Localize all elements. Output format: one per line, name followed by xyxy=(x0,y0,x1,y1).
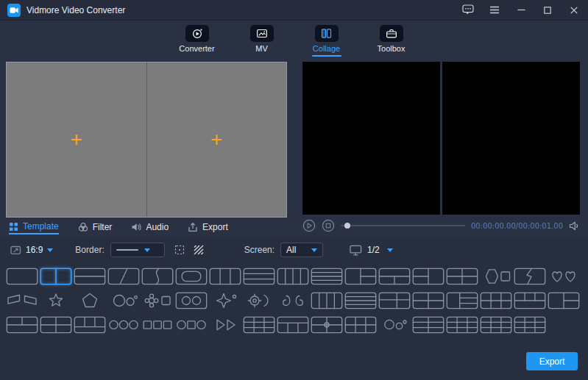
title-bar: Vidmore Video Converter xyxy=(0,0,588,21)
template-thumb-star[interactable] xyxy=(40,292,72,309)
template-thumb-three-squares[interactable] xyxy=(141,316,174,334)
speaker-icon xyxy=(569,221,580,232)
template-thumb-one-left-three-right[interactable] xyxy=(446,292,478,309)
template-thumb-lightning[interactable] xyxy=(514,268,546,285)
page-dropdown-icon[interactable] xyxy=(387,248,393,252)
feedback-button[interactable] xyxy=(461,4,475,17)
filter-icon xyxy=(78,222,88,232)
collage-toolbar: 16:9 Border: Screen: All 1/2 xyxy=(0,237,588,263)
template-thumb-grid-2x2-offset[interactable] xyxy=(378,292,411,309)
play-icon xyxy=(302,219,316,232)
play-button[interactable] xyxy=(302,219,316,232)
template-row xyxy=(6,292,580,309)
tab-template[interactable]: Template xyxy=(9,221,59,234)
template-thumb-two-left-one-right[interactable] xyxy=(412,268,444,285)
template-thumb-grid-3x3[interactable] xyxy=(480,316,512,334)
template-thumb-split-3v[interactable] xyxy=(209,268,241,285)
tab-filter[interactable]: Filter xyxy=(78,222,113,234)
template-thumb-flower-square[interactable] xyxy=(141,292,174,309)
export-button[interactable]: Export xyxy=(526,352,578,370)
tab-collage[interactable]: Collage xyxy=(305,25,349,60)
preview-screen-2 xyxy=(442,62,580,215)
template-thumb-grid-2x2[interactable] xyxy=(446,268,478,285)
border-dashed-button[interactable] xyxy=(172,243,187,257)
panel-tab-bar: Template Filter Audio Export xyxy=(9,220,288,236)
chevron-down-icon xyxy=(311,248,317,252)
stop-button[interactable] xyxy=(322,219,335,232)
tab-converter[interactable]: Converter xyxy=(175,25,219,60)
template-thumb-split-4v[interactable] xyxy=(311,292,343,309)
collage-slot-1[interactable]: + xyxy=(7,62,146,217)
stop-icon xyxy=(322,219,335,232)
template-thumb-three-top-one-bottom[interactable] xyxy=(514,292,546,309)
border-style-select[interactable] xyxy=(110,243,165,257)
template-row xyxy=(6,268,580,285)
template-thumb-split-curve[interactable] xyxy=(141,268,174,285)
seek-knob[interactable] xyxy=(344,223,350,229)
template-thumb-one-left-two-right[interactable] xyxy=(344,268,377,285)
template-thumb-split-2h[interactable] xyxy=(74,268,106,285)
volume-button[interactable] xyxy=(569,221,580,232)
chevron-down-icon xyxy=(47,248,53,252)
close-button[interactable] xyxy=(567,4,581,17)
template-thumb-three-circles[interactable] xyxy=(107,316,140,334)
template-thumb-split-4v[interactable] xyxy=(277,268,309,285)
border-pattern-button[interactable] xyxy=(191,243,206,257)
template-thumb-two-top-one-bottom[interactable] xyxy=(6,316,38,334)
template-thumb-bubbles[interactable] xyxy=(378,316,411,334)
tab-toolbox[interactable]: Toolbox xyxy=(369,25,414,60)
template-thumb-grid-center-dot[interactable] xyxy=(311,316,343,334)
template-thumb-grid-3x3[interactable] xyxy=(243,316,275,334)
template-thumb-one-left-two-right[interactable] xyxy=(548,292,580,309)
template-thumb-swirls[interactable] xyxy=(277,292,309,309)
tab-mv[interactable]: MV xyxy=(240,25,284,60)
template-thumb-one-top-grid-bottom[interactable] xyxy=(277,316,309,334)
template-thumb-gear-arc[interactable] xyxy=(243,292,275,309)
feedback-icon xyxy=(462,4,474,15)
template-thumb-grid-3x2[interactable] xyxy=(344,316,377,334)
template-thumb-hexagon-square[interactable] xyxy=(480,268,512,285)
screen-select[interactable]: All xyxy=(280,243,323,257)
template-thumb-split-3h[interactable] xyxy=(243,268,275,285)
template-thumb-hearts[interactable] xyxy=(548,268,580,285)
template-thumb-split-4h[interactable] xyxy=(344,292,377,309)
maximize-button[interactable] xyxy=(541,4,554,17)
maximize-icon xyxy=(544,7,551,14)
tab-label: Toolbox xyxy=(378,44,405,53)
template-thumb-grid-3x3[interactable] xyxy=(514,316,546,334)
collage-slot-2[interactable]: + xyxy=(146,62,287,217)
template-thumb-grid-2x2[interactable] xyxy=(40,316,72,334)
template-thumb-two-arrows[interactable] xyxy=(209,316,241,334)
menu-button[interactable] xyxy=(488,4,501,17)
seek-slider[interactable] xyxy=(341,221,465,231)
minimize-button[interactable] xyxy=(514,4,528,17)
template-thumb-single[interactable] xyxy=(6,268,38,285)
tab-export[interactable]: Export xyxy=(188,222,228,234)
template-thumb-grid-3x3[interactable] xyxy=(446,316,478,334)
template-thumb-split-2v[interactable] xyxy=(40,268,72,285)
app-logo-icon xyxy=(7,4,21,17)
template-thumb-two-rings[interactable] xyxy=(175,292,208,309)
template-thumb-split-4h[interactable] xyxy=(311,268,343,285)
template-thumb-split-diagonal[interactable] xyxy=(107,268,140,285)
preview-screen-1 xyxy=(302,62,440,215)
tab-audio[interactable]: Audio xyxy=(131,222,169,234)
template-thumb-sparkle[interactable] xyxy=(209,292,241,309)
template-grid xyxy=(6,268,580,334)
template-thumb-grid-2x3[interactable] xyxy=(412,316,444,334)
template-thumb-grid-3x2[interactable] xyxy=(480,292,512,309)
tab-label: Converter xyxy=(179,44,214,53)
template-thumb-grid-3x1-bottom[interactable] xyxy=(74,316,106,334)
template-thumb-circle-square-circle[interactable] xyxy=(175,316,208,334)
tab-label: MV xyxy=(255,44,268,53)
tab-underline xyxy=(377,55,406,57)
template-thumb-inset-rounded[interactable] xyxy=(175,268,208,285)
aspect-ratio-select[interactable]: 16:9 xyxy=(10,245,53,255)
template-thumb-ribbons[interactable] xyxy=(6,292,38,309)
template-thumb-grid-2x2[interactable] xyxy=(412,292,444,309)
template-row xyxy=(6,316,580,334)
template-thumb-two-circles[interactable] xyxy=(107,292,140,309)
add-media-icon: + xyxy=(210,129,222,150)
template-thumb-one-top-two-bottom[interactable] xyxy=(378,268,411,285)
template-thumb-pentagon[interactable] xyxy=(74,292,106,309)
